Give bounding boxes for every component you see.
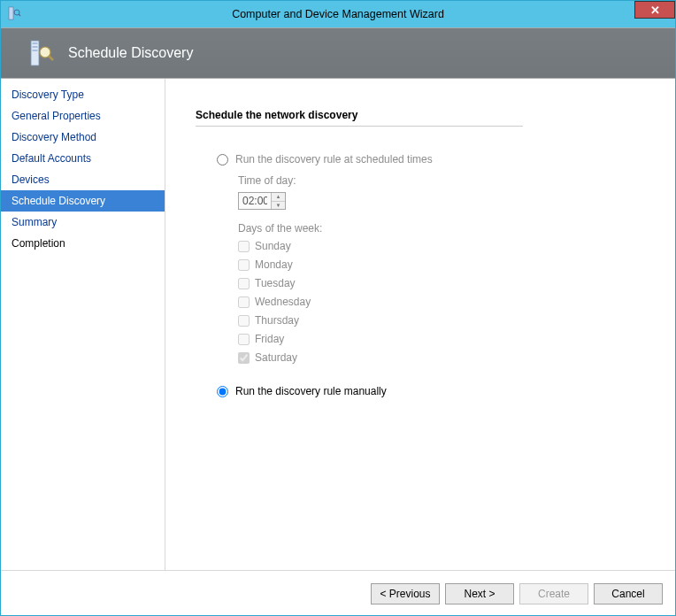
- option-manual-group: Run the discovery rule manually: [217, 385, 640, 397]
- checkbox-thursday[interactable]: [238, 315, 250, 327]
- time-of-day-field[interactable]: ▲ ▼: [238, 192, 286, 210]
- radio-run-manually[interactable]: [217, 386, 228, 397]
- checkbox-friday[interactable]: [238, 334, 250, 345]
- sidebar-item-devices[interactable]: Devices: [1, 169, 165, 190]
- svg-rect-5: [33, 46, 38, 48]
- days-of-week-label: Days of the week:: [238, 222, 640, 235]
- banner-title: Schedule Discovery: [68, 45, 193, 61]
- radio-run-scheduled-label: Run the discovery rule at scheduled time…: [235, 153, 433, 166]
- svg-rect-6: [33, 50, 38, 51]
- checkbox-sunday-label: Sunday: [255, 240, 291, 252]
- time-of-day-label: Time of day:: [238, 174, 640, 187]
- svg-rect-0: [9, 7, 13, 19]
- sidebar-nav: Discovery Type General Properties Discov…: [1, 79, 165, 570]
- checkbox-friday-label: Friday: [255, 333, 284, 345]
- time-spinner-down[interactable]: ▼: [272, 202, 285, 210]
- app-icon: [7, 6, 21, 20]
- checkbox-tuesday[interactable]: [238, 278, 250, 289]
- cancel-button[interactable]: Cancel: [594, 583, 663, 604]
- sidebar-item-completion[interactable]: Completion: [1, 233, 165, 254]
- header-banner: Schedule Discovery: [1, 27, 675, 78]
- wizard-icon: [27, 39, 56, 67]
- time-spinner-up[interactable]: ▲: [272, 193, 285, 202]
- checkbox-saturday-label: Saturday: [255, 351, 297, 364]
- checkbox-monday-label: Monday: [255, 258, 293, 271]
- sidebar-item-discovery-type[interactable]: Discovery Type: [1, 84, 165, 105]
- checkbox-wednesday-label: Wednesday: [255, 296, 311, 308]
- radio-run-manually-label: Run the discovery rule manually: [235, 385, 387, 397]
- close-icon: ✕: [650, 4, 660, 17]
- footer-buttons: < Previous Next > Create Cancel: [1, 570, 675, 616]
- window-title: Computer and Device Management Wizard: [1, 8, 675, 20]
- svg-rect-3: [31, 41, 39, 65]
- checkbox-sunday[interactable]: [238, 241, 250, 252]
- titlebar: Computer and Device Management Wizard ✕: [1, 1, 675, 27]
- time-of-day-input[interactable]: [239, 193, 271, 209]
- checkbox-wednesday[interactable]: [238, 296, 250, 308]
- main-panel: Schedule the network discovery Run the d…: [165, 79, 675, 570]
- radio-run-scheduled[interactable]: [217, 154, 228, 166]
- checkbox-thursday-label: Thursday: [255, 314, 299, 327]
- option-scheduled-group: Run the discovery rule at scheduled time…: [217, 153, 640, 364]
- checkbox-saturday[interactable]: [238, 352, 250, 364]
- sidebar-item-discovery-method[interactable]: Discovery Method: [1, 127, 165, 148]
- svg-line-2: [19, 14, 20, 16]
- previous-button[interactable]: < Previous: [371, 583, 440, 604]
- content-area: Discovery Type General Properties Discov…: [1, 78, 675, 570]
- next-button[interactable]: Next >: [445, 583, 514, 604]
- svg-line-8: [49, 56, 53, 60]
- checkbox-tuesday-label: Tuesday: [255, 277, 296, 289]
- sidebar-item-schedule-discovery[interactable]: Schedule Discovery: [1, 190, 165, 212]
- close-button[interactable]: ✕: [634, 1, 675, 19]
- sidebar-item-summary[interactable]: Summary: [1, 212, 165, 233]
- svg-rect-4: [33, 42, 38, 44]
- sidebar-item-general-properties[interactable]: General Properties: [1, 105, 165, 127]
- sidebar-item-default-accounts[interactable]: Default Accounts: [1, 148, 165, 169]
- create-button[interactable]: Create: [519, 583, 588, 604]
- checkbox-monday[interactable]: [238, 259, 250, 271]
- section-title: Schedule the network discovery: [196, 109, 523, 127]
